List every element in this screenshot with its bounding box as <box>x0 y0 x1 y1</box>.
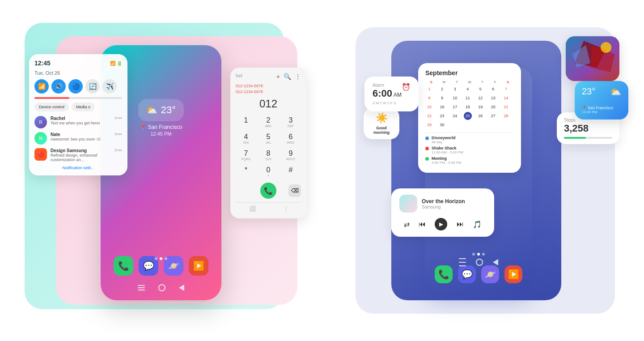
key-hash[interactable]: # <box>280 164 301 179</box>
page-dots <box>155 257 167 260</box>
cal-11[interactable]: 11 <box>464 94 472 102</box>
battery-icon: 🔋 <box>117 61 122 66</box>
notif-settings-link[interactable]: Notification setti... <box>34 166 122 170</box>
dot-r2 <box>477 253 480 256</box>
event-shack-text: Shake Shack 11:00 AM - 2:00 PM <box>432 146 463 154</box>
key-5[interactable]: 5JKL <box>258 131 279 146</box>
avatar-nate: N <box>34 132 47 145</box>
cal-23[interactable]: 23 <box>438 112 446 120</box>
alarm-icon[interactable]: ⏰ <box>402 83 411 91</box>
cal-1[interactable]: 1 <box>425 85 433 93</box>
brightness-bar[interactable] <box>34 97 122 99</box>
weather-small-time: 12:45 PM <box>582 110 621 114</box>
nav-back-icon[interactable] <box>179 285 184 291</box>
cal-27[interactable]: 27 <box>489 112 497 120</box>
notif-header: 12:45 📶 🔋 <box>34 60 122 67</box>
dock-samsung[interactable]: 🪐 <box>481 265 499 283</box>
key-1[interactable]: 1 <box>236 115 256 129</box>
key-star[interactable]: * <box>236 164 256 179</box>
nav-right-recents[interactable] <box>459 258 466 266</box>
delete-button[interactable]: ⌫ <box>288 184 301 197</box>
cal-28[interactable]: 28 <box>502 112 510 120</box>
cal-10[interactable]: 10 <box>451 94 459 102</box>
event-dot-green <box>425 157 429 161</box>
cal-16[interactable]: 16 <box>438 103 446 111</box>
cal-3[interactable]: 3 <box>451 85 459 93</box>
call-button[interactable]: 📞 <box>260 183 276 199</box>
key-8[interactable]: 8TUV <box>258 148 279 162</box>
cal-14[interactable]: 14 <box>502 94 510 102</box>
phone-nav <box>138 284 184 291</box>
key-0[interactable]: 0+ <box>258 164 279 179</box>
cal-4[interactable]: 4 <box>464 85 472 93</box>
dock-chat[interactable]: 💬 <box>458 265 476 283</box>
shuffle-icon[interactable]: ⇄ <box>404 220 410 229</box>
add-contact-icon[interactable]: + <box>276 73 280 80</box>
dot-r1 <box>472 253 475 256</box>
gm-text2: morning <box>369 130 394 135</box>
key-7[interactable]: 7PQRS <box>236 148 256 162</box>
more-icon[interactable]: ⋮ <box>295 73 301 80</box>
next-icon[interactable]: ⏭ <box>457 220 464 228</box>
event-disneyworld: Disneyworld All day <box>425 136 514 144</box>
cal-29[interactable]: 29 <box>425 121 433 129</box>
event-dot-blue <box>425 136 429 140</box>
cal-19[interactable]: 19 <box>476 103 484 111</box>
key-6[interactable]: 6MNO <box>280 131 301 146</box>
cal-8[interactable]: 8 <box>425 94 433 102</box>
search-icon[interactable]: 🔍 <box>284 73 291 80</box>
key-9[interactable]: 9WXYZ <box>280 148 301 162</box>
nav-home-icon[interactable] <box>158 284 165 291</box>
avatar-rachel: R <box>34 116 47 128</box>
weather-icon: ⛅ <box>146 105 157 115</box>
app-phone-icon[interactable]: 📞 <box>114 256 133 276</box>
cal-17[interactable]: 17 <box>451 103 459 111</box>
recent-call-1[interactable]: 012-1234-5678 <box>236 84 301 88</box>
notif-date: Tue, Oct 26 <box>34 70 122 76</box>
cal-24[interactable]: 24 <box>451 112 459 120</box>
cal-12[interactable]: 12 <box>476 94 484 102</box>
toggle-sync[interactable]: 🔄 <box>85 79 100 94</box>
recent-call-2[interactable]: 012-1234-5678 <box>236 90 301 94</box>
cal-13[interactable]: 13 <box>489 94 497 102</box>
dialer-actions: 📞 ⌫ <box>236 183 301 199</box>
cal-7[interactable]: 7 <box>502 85 510 93</box>
cal-26[interactable]: 26 <box>476 112 484 120</box>
notif-text-samsung: Design Samsung 2min Refined design, enha… <box>51 148 122 162</box>
svg-point-3 <box>601 42 611 53</box>
nav-right-back[interactable] <box>493 259 498 265</box>
weather-temp: 23° <box>161 104 176 116</box>
key-2[interactable]: 2ABC <box>258 115 279 129</box>
cal-5[interactable]: 5 <box>476 85 484 93</box>
device-control-btn[interactable]: Device control <box>34 102 69 111</box>
toggle-bluetooth[interactable]: 🔵 <box>68 79 83 94</box>
app-samsung-notif-icon: 🔴 <box>34 148 47 161</box>
nav-right-home[interactable] <box>476 259 483 266</box>
toggle-wifi[interactable]: 📶 <box>34 79 49 94</box>
cal-15[interactable]: 15 <box>425 103 433 111</box>
cal-20[interactable]: 20 <box>489 103 497 111</box>
dock-phone[interactable]: 📞 <box>435 265 453 283</box>
cal-9[interactable]: 9 <box>438 94 446 102</box>
dock-youtube[interactable]: ▶️ <box>504 265 522 283</box>
cal-22[interactable]: 22 <box>425 112 433 120</box>
media-output-btn[interactable]: Media o <box>72 102 95 111</box>
cal-6[interactable]: 6 <box>489 85 497 93</box>
cal-18[interactable]: 18 <box>464 103 472 111</box>
key-4[interactable]: 4GHI <box>236 131 256 146</box>
key-3[interactable]: 3DEF <box>280 115 301 129</box>
toggle-airplane[interactable]: ✈️ <box>102 79 117 94</box>
app-youtube-icon[interactable]: ▶️ <box>189 256 208 276</box>
cal-30[interactable]: 30 <box>438 121 446 129</box>
lyrics-icon[interactable]: 🎵 <box>473 220 482 229</box>
event-disneyworld-text: Disneyworld All day <box>432 136 456 144</box>
cal-25-today[interactable]: 25 <box>464 112 472 120</box>
toggle-sound[interactable]: 🔊 <box>51 79 66 94</box>
cal-2[interactable]: 2 <box>438 85 446 93</box>
music-widget: Over the Horizon Samsung ⇄ ⏮ ▶ ⏭ 🎵 <box>391 188 494 237</box>
music-info: Over the Horizon Samsung <box>399 195 486 213</box>
play-icon[interactable]: ▶ <box>435 218 447 230</box>
nav-recents-icon[interactable] <box>138 285 145 290</box>
cal-21[interactable]: 21 <box>502 103 510 111</box>
prev-icon[interactable]: ⏮ <box>419 220 426 228</box>
